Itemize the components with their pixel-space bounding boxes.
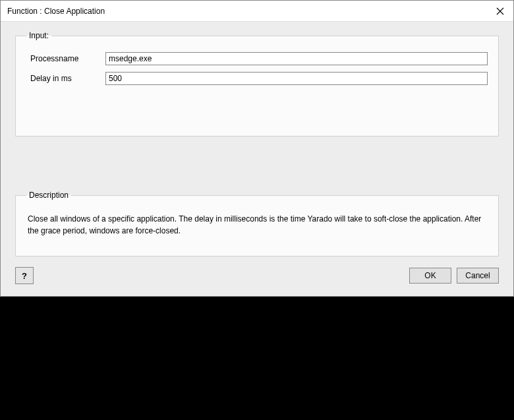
- delay-label: Delay in ms: [26, 74, 105, 83]
- dialog-window: Function : Close Application Input: Proc…: [0, 0, 514, 297]
- ok-button[interactable]: OK: [409, 268, 451, 284]
- delay-row: Delay in ms: [26, 72, 488, 85]
- help-button[interactable]: ?: [15, 267, 34, 284]
- processname-input[interactable]: [105, 52, 488, 65]
- description-fieldset: Description Close all windows of a speci…: [15, 191, 499, 256]
- window-title: Function : Close Application: [7, 7, 105, 16]
- description-legend: Description: [26, 191, 71, 200]
- close-icon: [496, 7, 504, 15]
- cancel-button[interactable]: Cancel: [457, 268, 499, 284]
- input-legend: Input:: [26, 31, 51, 40]
- spacer: [15, 144, 499, 191]
- processname-row: Processname: [26, 52, 488, 65]
- dialog-body: Input: Processname Delay in ms Descripti…: [1, 22, 513, 296]
- input-fieldset: Input: Processname Delay in ms: [15, 31, 499, 136]
- processname-label: Processname: [26, 54, 105, 63]
- close-button[interactable]: [494, 5, 507, 18]
- titlebar: Function : Close Application: [1, 1, 513, 22]
- right-buttons: OK Cancel: [409, 268, 499, 284]
- delay-input[interactable]: [105, 72, 488, 85]
- button-row: ? OK Cancel: [15, 267, 499, 284]
- description-text: Close all windows of a specific applicat…: [26, 208, 488, 242]
